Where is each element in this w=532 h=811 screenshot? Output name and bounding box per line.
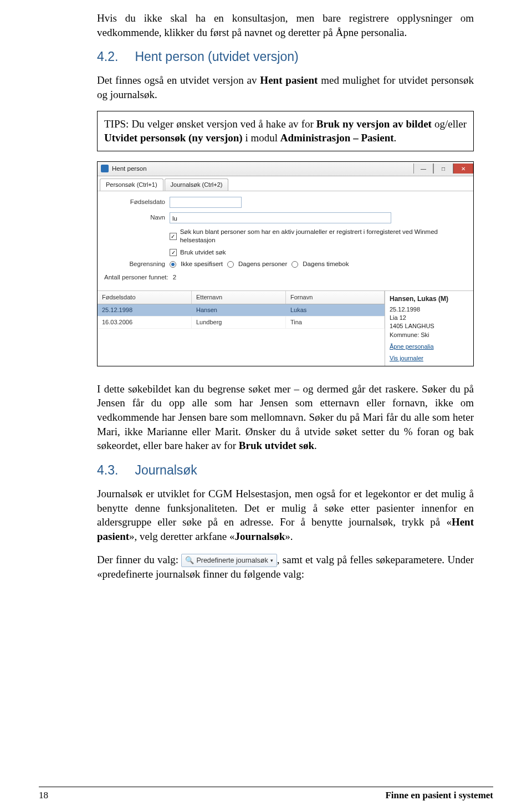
fodselsdato-input[interactable] [170, 197, 242, 208]
radio-dagens-personer[interactable] [227, 261, 234, 268]
footer-title: Finne en pasient i systemet [385, 789, 493, 802]
tab-journalsok[interactable]: Journalsøk (Ctrl+2) [165, 178, 229, 191]
chevron-down-icon: ▾ [270, 557, 273, 564]
radio-ikke-spesifisert-label: Ikke spesifisert [181, 260, 223, 269]
tab-strip: Personsøk (Ctrl+1) Journalsøk (Ctrl+2) [98, 176, 473, 191]
section-title: Hent person (utvidet versjon) [135, 48, 298, 65]
col-etternavn[interactable]: Etternavn [192, 291, 286, 304]
radio-dagens-personer-label: Dagens personer [238, 260, 287, 269]
section-number: 4.3. [97, 462, 118, 479]
window-titlebar[interactable]: Hent person — □ ✕ [98, 162, 473, 176]
detail-adr1: Lia 12 [390, 314, 469, 322]
sec42-para1: Det finnes også en utvidet versjon av He… [97, 73, 474, 101]
predefinerte-journalsok-label: Predefinerte journalsøk [196, 556, 268, 565]
minimize-button[interactable]: — [413, 164, 433, 174]
window-title: Hent person [112, 165, 147, 174]
hent-person-window: Hent person — □ ✕ Personsøk (Ctrl+1) Jou… [97, 161, 474, 366]
intro-paragraph: Hvis du ikke skal ha en konsultasjon, me… [97, 11, 474, 39]
link-vis-journaler[interactable]: Vis journaler [390, 354, 469, 363]
table-row[interactable]: 16.03.2006 Lundberg Tina [98, 317, 385, 329]
sec43-para1: Journalsøk er utviklet for CGM Helsestas… [97, 487, 474, 544]
label-navn: Navn [104, 213, 165, 222]
detail-kommune: Kommune: Ski [390, 331, 469, 339]
post-screenshot-para: I dette søkebildet kan du begrense søket… [97, 382, 474, 453]
detail-panel: Hansen, Lukas (M) 25.12.1998 Lia 12 1405… [385, 291, 473, 365]
close-button[interactable]: ✕ [453, 164, 473, 174]
navn-input[interactable]: lu [170, 212, 391, 223]
page-number: 18 [39, 789, 48, 802]
section-number: 4.2. [97, 48, 118, 65]
page-footer: 18 Finne en pasient i systemet [39, 787, 493, 802]
app-icon [101, 165, 109, 172]
antall-value: 2 [173, 273, 176, 282]
col-fornavn[interactable]: Fornavn [286, 291, 385, 304]
link-apne-personalia[interactable]: Åpne personalia [390, 343, 469, 351]
predefinerte-journalsok-button[interactable]: 🔍 Predefinerte journalsøk ▾ [181, 554, 277, 567]
label-begrensning: Begrensning [104, 260, 165, 269]
detail-dato: 25.12.1998 [390, 305, 469, 314]
maximize-button[interactable]: □ [433, 164, 453, 174]
radio-ikke-spesifisert[interactable] [170, 261, 176, 268]
section-title: Journalsøk [135, 462, 197, 479]
checkbox-aktiv-journal[interactable]: ✓ [170, 233, 177, 240]
label-fodselsdato: Fødselsdato [104, 198, 165, 207]
checkbox-utvidet-sok[interactable]: ✓ [170, 249, 177, 256]
checkbox-aktiv-journal-label: Søk kun blant personer som har en aktiv … [180, 228, 467, 245]
section-4-3-heading: 4.3. Journalsøk [97, 462, 474, 479]
radio-dagens-timebok[interactable] [291, 261, 298, 268]
radio-dagens-timebok-label: Dagens timebok [303, 260, 349, 269]
results-table: Fødselsdato Etternavn Fornavn 25.12.1998… [98, 291, 385, 365]
section-4-2-heading: 4.2. Hent person (utvidet versjon) [97, 48, 474, 65]
sec43-para2: Der finner du valg: 🔍 Predefinerte journ… [97, 553, 474, 582]
checkbox-utvidet-sok-label: Bruk utvidet søk [180, 248, 226, 257]
detail-adr2: 1405 LANGHUS [390, 322, 469, 330]
tab-personsok[interactable]: Personsøk (Ctrl+1) [100, 178, 163, 191]
search-icon: 🔍 [185, 555, 194, 565]
detail-name: Hansen, Lukas (M) [390, 294, 469, 303]
col-fodselsdato[interactable]: Fødselsdato [98, 291, 192, 304]
tip-box: TIPS: Du velger ønsket versjon ved å hak… [97, 111, 474, 151]
table-row[interactable]: 25.12.1998 Hansen Lukas [98, 304, 385, 317]
label-antall: Antall personer funnet: [104, 273, 168, 282]
